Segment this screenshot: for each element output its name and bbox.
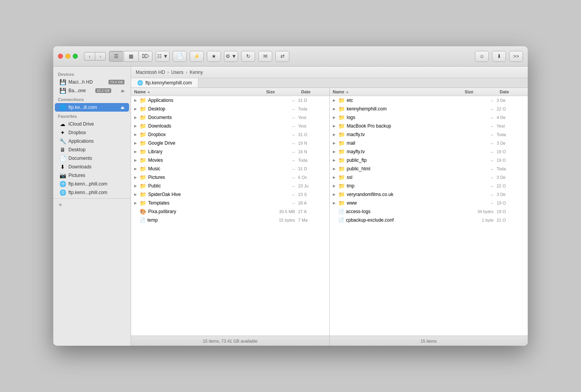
remote-file-row[interactable]: ▶ 📁 tmp -- 22 O: [330, 182, 528, 190]
sidebar-item-downloads[interactable]: ⬇ Downloads: [55, 163, 129, 171]
file-size: --: [260, 175, 295, 180]
download-button[interactable]: ⬇: [492, 51, 506, 62]
local-file-row[interactable]: ▶ 📁 Movies -- Toda: [131, 156, 329, 164]
file-date: 31 D: [295, 98, 326, 103]
path-macintosh-hd[interactable]: Macintosh HD: [136, 70, 165, 75]
sidebar-item-pictures[interactable]: 📷 Pictures: [55, 171, 129, 180]
file-date: 3 De: [494, 98, 525, 103]
remote-file-row[interactable]: ▶ 📁 www -- 19 O: [330, 199, 528, 207]
ftp-tab-globe-icon: 🌐: [137, 80, 143, 86]
local-file-row[interactable]: ▶ 📁 Google Drive -- 19 N: [131, 139, 329, 147]
path-kenny[interactable]: Kenny: [190, 70, 203, 75]
forward-button[interactable]: ›: [95, 52, 106, 61]
maximize-button[interactable]: [73, 54, 78, 59]
file-size: --: [458, 158, 494, 163]
sidebar-item-ftp-kenn-phill-1[interactable]: 🌐 ftp.kenn...phill.com: [55, 180, 129, 188]
pictures-icon: 📷: [60, 172, 66, 178]
remote-file-row[interactable]: ▶ 📁 veryrandomfilms.co.uk -- 3 De: [330, 190, 528, 199]
remote-date-column-header[interactable]: Date: [497, 88, 528, 96]
local-date-column-header[interactable]: Date: [298, 88, 329, 96]
remote-edit-button[interactable]: ✉: [258, 51, 272, 62]
ftp-eject-icon[interactable]: ⏏: [121, 105, 124, 110]
file-size: --: [458, 149, 494, 154]
folder-icon: 📁: [140, 166, 146, 172]
more-button[interactable]: >>: [509, 51, 523, 62]
file-name: Pictures: [148, 175, 260, 180]
remote-file-row[interactable]: ▶ 📁 MacBook Pro backup -- Yest: [330, 122, 528, 130]
remote-size-column-header[interactable]: Size: [462, 88, 497, 96]
sidebar-item-dropbox[interactable]: ✦ Dropbox: [55, 128, 129, 137]
local-file-row[interactable]: ▶ 📁 Desktop -- Toda: [131, 105, 329, 113]
applications-icon: 🔧: [60, 138, 66, 144]
local-file-row[interactable]: ▶ 📁 SpiderOak Hive -- 23 S: [131, 190, 329, 199]
local-file-row[interactable]: ▶ 📁 Pictures -- 6 Oc: [131, 173, 329, 182]
remote-file-row[interactable]: ▶ 📁 logs -- 4 De: [330, 113, 528, 122]
local-file-row[interactable]: ▶ 📁 Dropbox -- 31 O: [131, 130, 329, 139]
file-size: --: [260, 98, 295, 103]
sidebar-item-ftp-kenn-phill-2[interactable]: 🌐 ftp.kenn...phill.com: [55, 188, 129, 197]
sidebar-item-desktop[interactable]: 🖥 Desktop: [55, 145, 129, 154]
add-location-button[interactable]: +: [56, 201, 64, 209]
local-file-row[interactable]: ▶ 📁 Documents -- Yest: [131, 113, 329, 122]
remote-file-row[interactable]: ▶ 📁 etc -- 3 De: [330, 96, 528, 105]
local-size-column-header[interactable]: Size: [263, 88, 298, 96]
file-name: mail: [347, 140, 459, 146]
desktop-icon: 🖥: [60, 147, 66, 153]
remote-file-row[interactable]: 📄 access-logs 34 bytes 19 O: [330, 207, 528, 216]
file-size: --: [458, 141, 494, 145]
remote-file-row[interactable]: ▶ 📁 public_ftp -- 19 O: [330, 156, 528, 164]
remote-file-row[interactable]: ▶ 📁 ssl -- 3 De: [330, 173, 528, 182]
remote-file-row[interactable]: ▶ 📁 mayfly.tv -- 19 O: [330, 147, 528, 156]
folder-icon: 📁: [338, 114, 345, 121]
refresh-button[interactable]: ↻: [241, 51, 255, 62]
dropbox-icon: ✦: [60, 130, 66, 136]
path-bar: Macintosh HD › Users › Kenny: [131, 66, 528, 78]
local-file-row[interactable]: ▶ 📁 Applications -- 31 D: [131, 96, 329, 105]
local-file-row[interactable]: 🎨 Pixa.pxlibrary 30.5 MB 27 A: [131, 207, 329, 216]
file-size: --: [260, 141, 295, 145]
ftp-tab-kennyhemphill[interactable]: 🌐 ftp.kennyhemphill.com: [131, 78, 198, 88]
file-name: public_html: [347, 166, 459, 172]
remote-file-row[interactable]: 📄 cpbackup-exclude.conf 1 byte 21 O: [330, 216, 528, 224]
new-file-button[interactable]: 📄: [173, 51, 187, 62]
eject-icon[interactable]: ⏏: [121, 88, 124, 93]
view-options-button[interactable]: ☷ ▼: [156, 51, 170, 62]
path-sep-1: ›: [167, 70, 169, 75]
sidebar-label-icloud-drive: iCloud Drive: [68, 121, 94, 127]
close-button[interactable]: [58, 54, 63, 59]
view-list-button[interactable]: ☰: [109, 51, 123, 62]
settings-button[interactable]: ⚙ ▼: [224, 51, 238, 62]
remote-file-row[interactable]: ▶ 📁 public_html -- Toda: [330, 164, 528, 173]
remote-file-row[interactable]: ▶ 📁 macfly.tv -- Toda: [330, 130, 528, 139]
quick-connect-button[interactable]: ⚡: [190, 51, 204, 62]
sync-button[interactable]: ⇄: [275, 51, 289, 62]
path-users[interactable]: Users: [171, 70, 183, 75]
sidebar-item-ftp-ke-ill[interactable]: 🌐 ftp.ke...ill.com ⏏: [55, 103, 129, 112]
remote-name-column-header[interactable]: Name ▲: [330, 88, 462, 96]
sidebar-item-applications[interactable]: 🔧 Applications: [55, 137, 129, 145]
back-button[interactable]: ‹: [84, 52, 95, 61]
remote-status-text: 15 items: [334, 339, 523, 343]
bookmark-button[interactable]: ★: [207, 51, 221, 62]
local-file-row[interactable]: ▶ 📁 Music -- 31 D: [131, 164, 329, 173]
local-pane-header: Name ▲ Size Date: [131, 88, 329, 96]
local-file-row[interactable]: ▶ 📁 Downloads -- Yest: [131, 122, 329, 130]
sidebar-item-macintosh-hd[interactable]: 💾 Maci...h HD 73.4 GB: [55, 78, 129, 86]
smiley-button[interactable]: ☺: [475, 51, 489, 62]
local-name-column-header[interactable]: Name ▲: [131, 88, 263, 96]
minimize-button[interactable]: [65, 54, 70, 59]
view-icons-button[interactable]: ⌦: [138, 51, 152, 62]
local-file-row[interactable]: ▶ 📁 Public -- 23 Ju: [131, 182, 329, 190]
folder-icon: 📁: [140, 106, 146, 112]
local-file-row[interactable]: ▶ 📁 Library -- 16 N: [131, 147, 329, 156]
sidebar-item-documents[interactable]: 📄 Documents: [55, 154, 129, 163]
local-file-row[interactable]: 📄 temp 15 bytes 7 Ma: [131, 216, 329, 224]
view-columns-button[interactable]: ▦: [124, 51, 138, 62]
remote-file-row[interactable]: ▶ 📁 mail -- 3 De: [330, 139, 528, 147]
devices-section-header: Devices: [53, 70, 131, 78]
remote-file-row[interactable]: ▶ 📁 kennyhemphill.com -- 22 O: [330, 105, 528, 113]
sidebar-item-icloud-drive[interactable]: ☁ iCloud Drive: [55, 120, 129, 128]
folder-icon: 📁: [140, 123, 146, 129]
sidebar-item-backup-one[interactable]: 💾 Ba...one 15.2 GB ⏏: [55, 86, 129, 95]
local-file-row[interactable]: ▶ 📁 Templates -- 28 A: [131, 199, 329, 207]
